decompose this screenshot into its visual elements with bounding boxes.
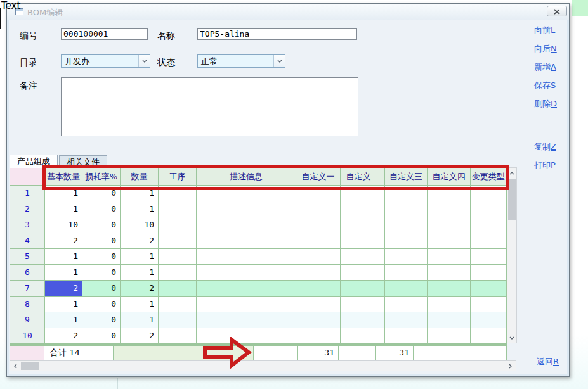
grid-cell[interactable]: [159, 249, 197, 265]
grid-cell[interactable]: [471, 233, 506, 249]
grid-cell[interactable]: [385, 328, 428, 344]
scroll-left-icon[interactable]: [10, 361, 21, 371]
grid-cell[interactable]: [385, 233, 428, 249]
grid-cell[interactable]: [341, 233, 385, 249]
column-header-6[interactable]: 自定义一: [296, 168, 341, 186]
grid-cell[interactable]: [159, 217, 197, 233]
vertical-scrollbar[interactable]: [507, 167, 517, 343]
grid-cell[interactable]: 10: [45, 217, 82, 233]
grid-cell[interactable]: 0: [82, 233, 121, 249]
grid-cell[interactable]: [471, 281, 506, 297]
grid-cell[interactable]: [428, 249, 471, 265]
row-number-cell[interactable]: 1: [10, 186, 45, 201]
grid-cell[interactable]: 1: [45, 186, 82, 201]
grid-cell[interactable]: [296, 186, 341, 201]
grid-cell[interactable]: 0: [82, 201, 121, 217]
grid-cell[interactable]: [471, 297, 506, 312]
grid-cell[interactable]: [197, 281, 296, 297]
grid-cell[interactable]: [385, 265, 428, 281]
row-number-cell[interactable]: 5: [10, 249, 45, 265]
grid-cell[interactable]: [341, 201, 385, 217]
row-number-cell[interactable]: 4: [10, 233, 45, 249]
grid-cell[interactable]: [428, 186, 471, 201]
grid-cell[interactable]: [197, 265, 296, 281]
grid-cell[interactable]: [341, 186, 385, 201]
grid-cell[interactable]: [296, 281, 341, 297]
grid-cell[interactable]: 2: [121, 328, 159, 344]
grid-cell[interactable]: [471, 201, 506, 217]
grid-cell[interactable]: [428, 281, 471, 297]
grid-cell[interactable]: 0: [82, 217, 121, 233]
column-header-9[interactable]: 自定义四: [428, 168, 471, 186]
grid-cell[interactable]: [341, 265, 385, 281]
column-header-4[interactable]: 工序: [159, 168, 197, 186]
nav-button-L[interactable]: 向前L: [534, 25, 571, 36]
grid-cell[interactable]: 0: [82, 328, 121, 344]
grid-cell[interactable]: [197, 186, 296, 201]
row-number-cell[interactable]: 2: [10, 201, 45, 217]
vertical-scroll-thumb[interactable]: [508, 179, 516, 220]
grid-cell[interactable]: [197, 249, 296, 265]
grid-cell[interactable]: [296, 328, 341, 344]
directory-select[interactable]: 开发办: [61, 54, 150, 68]
grid-cell[interactable]: [296, 233, 341, 249]
grid-cell[interactable]: [385, 281, 428, 297]
grid-cell[interactable]: [197, 312, 296, 328]
column-header-3[interactable]: 数量: [121, 168, 159, 186]
grid-cell[interactable]: 2: [45, 281, 82, 297]
grid-cell[interactable]: 0: [82, 186, 121, 201]
row-number-cell[interactable]: 7: [10, 281, 45, 297]
grid-cell[interactable]: [471, 328, 506, 344]
nav-button-A[interactable]: 新增A: [534, 61, 571, 73]
grid-cell[interactable]: 2: [121, 281, 159, 297]
grid-cell[interactable]: 2: [121, 233, 159, 249]
grid-cell[interactable]: 1: [45, 312, 82, 328]
grid-cell[interactable]: [385, 249, 428, 265]
row-number-cell[interactable]: 8: [10, 297, 45, 312]
title-bar[interactable]: BOM编辑: [7, 4, 569, 20]
grid-cell[interactable]: 0: [82, 281, 121, 297]
grid-cell[interactable]: [341, 328, 385, 344]
grid-cell[interactable]: [197, 297, 296, 312]
grid-cell[interactable]: [296, 201, 341, 217]
grid-cell[interactable]: 1: [45, 201, 82, 217]
row-number-cell[interactable]: 6: [10, 265, 45, 281]
grid-cell[interactable]: [385, 297, 428, 312]
grid-cell[interactable]: [159, 265, 197, 281]
grid-cell[interactable]: [385, 217, 428, 233]
scroll-up-icon[interactable]: [507, 168, 516, 178]
grid-cell[interactable]: 0: [82, 312, 121, 328]
grid-cell[interactable]: [428, 265, 471, 281]
number-input[interactable]: [61, 28, 148, 40]
grid-cell[interactable]: 1: [121, 312, 159, 328]
grid-cell[interactable]: [471, 265, 506, 281]
grid-cell[interactable]: [197, 233, 296, 249]
row-number-cell[interactable]: 3: [10, 217, 45, 233]
grid-cell[interactable]: [428, 328, 471, 344]
column-header-5[interactable]: 描述信息: [197, 168, 296, 186]
grid-cell[interactable]: [296, 297, 341, 312]
grid-cell[interactable]: 0: [82, 297, 121, 312]
grid-cell[interactable]: [428, 312, 471, 328]
grid-cell[interactable]: 1: [45, 265, 82, 281]
back-button[interactable]: 返回R: [537, 356, 559, 367]
grid-cell[interactable]: [385, 186, 428, 201]
grid-cell[interactable]: [471, 186, 506, 201]
chevron-down-icon[interactable]: [138, 55, 150, 67]
grid-cell[interactable]: [159, 186, 197, 201]
scroll-down-icon[interactable]: [507, 333, 516, 343]
column-header-7[interactable]: 自定义二: [341, 168, 385, 186]
grid-cell[interactable]: 1: [45, 249, 82, 265]
grid-cell[interactable]: [428, 297, 471, 312]
nav-button-S[interactable]: 保存S: [534, 80, 571, 91]
row-number-cell[interactable]: 9: [10, 312, 45, 328]
grid-cell[interactable]: [159, 281, 197, 297]
grid-cell[interactable]: [296, 265, 341, 281]
grid-cell[interactable]: [296, 249, 341, 265]
grid-cell[interactable]: [341, 297, 385, 312]
column-header-0[interactable]: -: [10, 168, 45, 186]
grid-cell[interactable]: [159, 233, 197, 249]
grid-cell[interactable]: 1: [45, 297, 82, 312]
grid-cell[interactable]: [341, 281, 385, 297]
grid-cell[interactable]: [197, 217, 296, 233]
